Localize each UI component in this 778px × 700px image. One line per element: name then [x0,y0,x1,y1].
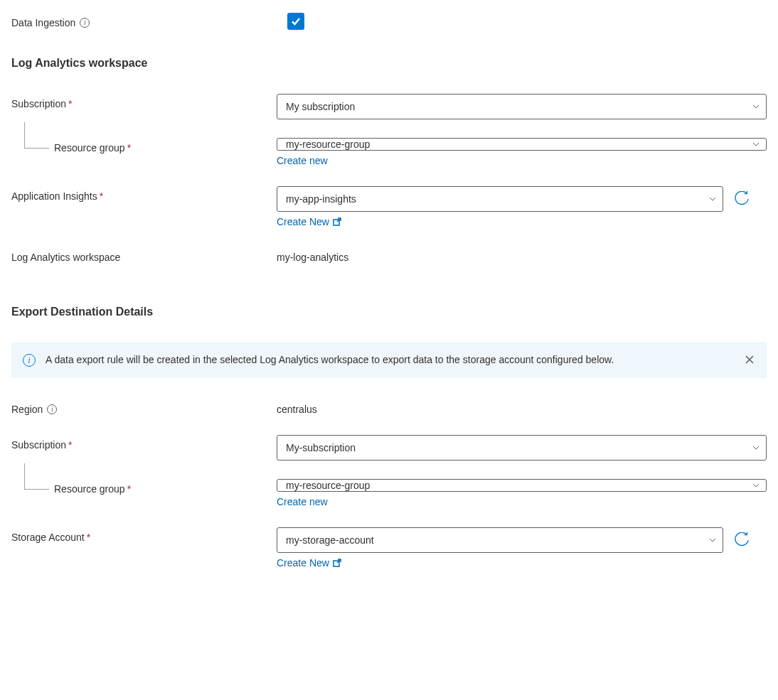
law-workspace-label: Log Analytics workspace [11,247,277,263]
refresh-icon [734,532,750,548]
law-resource-group-create-new-link[interactable]: Create new [277,155,328,166]
info-icon[interactable]: i [47,404,57,414]
close-icon [744,354,755,365]
info-icon: i [23,354,36,367]
chevron-down-icon [752,102,760,111]
section-export-destination: Export Destination Details [11,306,767,318]
chevron-down-icon [708,536,717,544]
storage-account-row: Storage Account* my-storage-account Crea… [11,527,767,569]
law-resource-group-label: Resource group* [11,138,277,154]
required-asterisk: * [87,532,90,543]
data-ingestion-checkbox[interactable] [287,13,304,30]
law-resource-group-dropdown[interactable]: my-resource-group [277,138,767,151]
app-insights-dropdown[interactable]: my-app-insights [277,186,723,212]
data-ingestion-label-text: Data Ingestion [11,17,75,28]
app-insights-value: my-app-insights [286,193,356,205]
law-resource-group-value: my-resource-group [286,139,370,150]
app-insights-label: Application Insights* [11,186,277,202]
law-subscription-value: My subscription [286,101,355,112]
law-subscription-row: Subscription* My subscription [11,94,767,119]
data-ingestion-label: Data Ingestion i [11,13,277,28]
info-banner-text: A data export rule will be created in th… [46,352,735,368]
required-asterisk: * [127,483,131,495]
export-subscription-row: Subscription* My-subscription [11,435,767,461]
storage-account-dropdown[interactable]: my-storage-account [277,527,723,553]
section-log-analytics: Log Analytics workspace [11,57,767,70]
law-workspace-value: my-log-analytics [277,247,348,263]
required-asterisk: * [127,142,131,154]
chevron-down-icon [752,140,760,149]
required-asterisk: * [68,98,72,109]
export-subscription-value: My-subscription [286,442,356,453]
law-resource-group-row: Resource group* my-resource-group Create… [11,138,767,166]
data-ingestion-row: Data Ingestion i [11,13,767,30]
export-resource-group-dropdown[interactable]: my-resource-group [277,479,767,492]
storage-account-value: my-storage-account [286,534,374,546]
export-region-value: centralus [277,399,317,415]
app-insights-refresh-button[interactable] [733,190,750,208]
export-region-label: Region i [11,399,277,415]
law-workspace-row: Log Analytics workspace my-log-analytics [11,247,767,263]
info-banner: i A data export rule will be created in … [11,343,767,378]
export-subscription-dropdown[interactable]: My-subscription [277,435,767,461]
export-resource-group-label: Resource group* [11,479,277,495]
storage-account-create-new-link[interactable]: Create New [277,557,342,569]
law-subscription-dropdown[interactable]: My subscription [277,94,767,119]
storage-account-refresh-button[interactable] [733,532,750,549]
external-link-icon [332,558,342,568]
app-insights-create-new-link[interactable]: Create New [277,216,342,227]
export-resource-group-row: Resource group* my-resource-group Create… [11,479,767,507]
chevron-down-icon [752,481,760,490]
export-resource-group-value: my-resource-group [286,480,370,491]
app-insights-row: Application Insights* my-app-insights Cr… [11,186,767,227]
required-asterisk: * [100,190,103,202]
export-resource-group-create-new-link[interactable]: Create new [277,496,328,507]
chevron-down-icon [708,195,717,203]
export-region-row: Region i centralus [11,399,767,415]
external-link-icon [332,217,342,227]
law-subscription-label: Subscription* [11,94,277,109]
storage-account-label: Storage Account* [11,527,277,543]
refresh-icon [734,191,750,207]
required-asterisk: * [68,439,72,451]
info-banner-close-button[interactable] [744,354,755,365]
info-icon[interactable]: i [80,18,90,28]
export-subscription-label: Subscription* [11,435,277,451]
chevron-down-icon [752,443,760,452]
